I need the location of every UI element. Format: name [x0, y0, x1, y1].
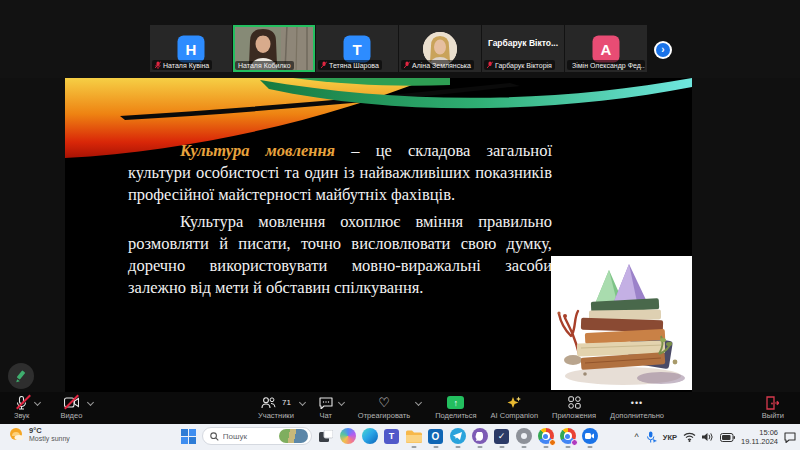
weather-temperature: 9°C [29, 426, 70, 435]
start-button[interactable] [180, 428, 197, 445]
participants-button[interactable]: 71 Участники [258, 395, 294, 420]
chrome-button-1[interactable] [537, 428, 554, 445]
chrome-button-2[interactable] [559, 428, 576, 445]
participants-options-caret[interactable] [299, 399, 306, 406]
avatar: Т [344, 35, 371, 62]
settings-button[interactable] [515, 428, 532, 445]
participant-tile[interactable]: Гарбарук Вікто... Гарбарук Вікторія [482, 25, 564, 72]
clock[interactable]: 15:06 19.11.2024 [741, 428, 778, 446]
telegram-button[interactable] [449, 428, 466, 445]
slide-term-highlight: Культура мовлення [180, 141, 335, 160]
mic-in-use-icon[interactable] [645, 431, 657, 443]
chevron-right-icon: › [656, 43, 670, 57]
participant-tile[interactable]: А Зімін Олександр Фед... [565, 25, 647, 72]
teams-icon: T [384, 429, 399, 444]
participant-tile[interactable]: Н Наталя Кувіна [150, 25, 232, 72]
teams-button[interactable]: T [383, 428, 400, 445]
participant-name-label: Гарбарук Вікторія [484, 60, 555, 70]
search-highlight-image[interactable] [279, 429, 308, 443]
react-options-caret[interactable] [415, 399, 422, 406]
react-button[interactable]: ♡ Отреагировать [358, 395, 410, 420]
participant-tile-active-speaker[interactable]: Наталя Кобилко [233, 25, 315, 72]
chat-icon [319, 395, 333, 410]
language-indicator[interactable]: УКР [663, 433, 677, 442]
edge-button[interactable] [361, 428, 378, 445]
pencil-icon [15, 370, 28, 383]
file-explorer-button[interactable] [405, 428, 422, 445]
apps-icon [568, 395, 581, 410]
zoom-toolbar: Звук Видео [0, 392, 800, 424]
audio-options-caret[interactable] [34, 399, 41, 406]
tray-time: 15:06 [741, 428, 778, 437]
participant-filmstrip: Н Наталя Кувіна [0, 0, 800, 78]
weather-description: Mostly sunny [29, 435, 70, 442]
edge-icon [362, 428, 378, 444]
books-illustration [551, 256, 692, 390]
apps-button[interactable]: Приложения [552, 395, 596, 420]
telegram-icon [450, 428, 466, 444]
chrome-profile-badge [571, 439, 578, 446]
muted-mic-icon [321, 61, 327, 69]
search-input[interactable] [223, 432, 275, 441]
participant-tile[interactable]: Т Тетяна Шарова [316, 25, 398, 72]
ai-companion-button[interactable]: AI Companion [491, 395, 539, 420]
chat-options-caret[interactable] [338, 399, 345, 406]
video-button[interactable]: Видео [60, 395, 82, 420]
video-off-icon [64, 395, 79, 410]
notifications-icon[interactable] [784, 431, 796, 443]
gear-icon [516, 428, 532, 444]
ellipsis-icon: ••• [631, 395, 643, 410]
share-screen-button[interactable]: ↑ Поделиться [435, 395, 476, 420]
check-app-icon: ✓ [494, 429, 509, 444]
copilot-icon [340, 428, 356, 444]
muted-mic-icon [487, 61, 493, 69]
muted-mic-icon [16, 395, 27, 410]
copilot-button[interactable] [339, 428, 356, 445]
volume-icon[interactable] [702, 432, 714, 442]
video-options-caret[interactable] [87, 399, 94, 406]
task-view-button[interactable] [317, 428, 334, 445]
participant-name-label: Наталя Кобилко [235, 61, 294, 70]
zoom-app-button[interactable] [581, 428, 598, 445]
outlook-button[interactable]: O [427, 428, 444, 445]
participant-name-label: Наталя Кувіна [152, 60, 212, 70]
chat-button[interactable]: Чат [319, 395, 333, 420]
avatar: А [593, 35, 620, 62]
windows-logo-icon [181, 429, 196, 444]
screen-share-stage: Культура мовлення – це складова загально… [0, 78, 800, 392]
muted-mic-icon [404, 61, 410, 69]
weather-icon [8, 426, 24, 442]
annotate-button[interactable] [8, 363, 34, 389]
zoom-meeting-window: Н Наталя Кувіна [0, 0, 800, 450]
chrome-icon [560, 428, 576, 444]
presentation-slide: Культура мовлення – це складова загально… [65, 78, 692, 392]
hidden-icons-caret[interactable]: ^ [635, 432, 639, 442]
leave-meeting-button[interactable]: Выйти [762, 395, 784, 420]
next-participants-button[interactable]: › [654, 41, 672, 59]
slide-paragraph-2: Культура мовлення охоплює вміння правиль… [128, 211, 552, 299]
zoom-app-icon [582, 428, 598, 444]
weather-widget[interactable]: 9°C Mostly sunny [8, 426, 70, 442]
more-button[interactable]: ••• Дополнительно [610, 395, 664, 420]
tray-date: 19.11.2024 [741, 437, 778, 446]
windows-taskbar: 9°C Mostly sunny [0, 424, 800, 450]
taskbar-search[interactable] [202, 427, 312, 445]
participant-name-label: Аліна Землянська [401, 60, 474, 70]
outlook-icon: O [428, 429, 443, 444]
participant-name-label: Тетяна Шарова [318, 60, 382, 70]
battery-icon[interactable] [720, 433, 735, 442]
wifi-icon[interactable] [683, 432, 696, 442]
viber-icon [472, 428, 488, 444]
heart-icon: ♡ [378, 395, 390, 410]
chrome-profile-badge [549, 439, 556, 446]
viber-button[interactable] [471, 428, 488, 445]
share-screen-icon: ↑ [447, 396, 464, 409]
chrome-icon [538, 428, 554, 444]
app-check-button[interactable]: ✓ [493, 428, 510, 445]
audio-button[interactable]: Звук [14, 395, 29, 420]
leave-icon [766, 395, 779, 410]
avatar: Н [178, 35, 205, 62]
muted-mic-icon [155, 61, 161, 69]
task-view-icon [319, 430, 333, 442]
participant-tile[interactable]: Аліна Землянська [399, 25, 481, 72]
